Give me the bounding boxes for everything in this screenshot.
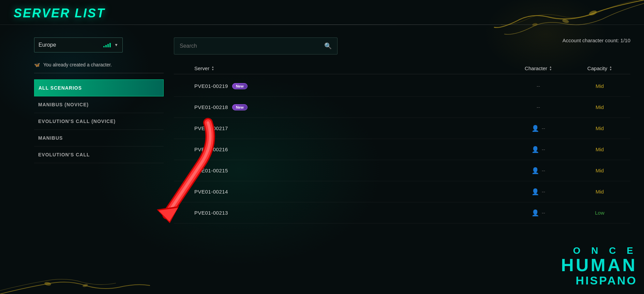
table-header: Server ▲▼ Character ▲▼ Capacity ▲▼ <box>174 63 630 74</box>
server-cell: PVE01-00214 <box>174 189 508 195</box>
scenario-item-evolutions-call-novice[interactable]: EVOLUTION'S CALL (NOVICE) <box>34 113 164 130</box>
server-cell: PVE01-00219 New <box>174 83 508 89</box>
table-row[interactable]: PVE01-00216 👤 -- Mid <box>174 139 630 160</box>
character-cell: 👤 -- <box>508 209 569 217</box>
column-server: Server ▲▼ <box>174 65 508 71</box>
table-row[interactable]: PVE01-00214 👤 -- Mid <box>174 181 630 202</box>
character-notice: 🦋 You already created a character. <box>34 62 164 73</box>
new-badge: New <box>232 104 248 110</box>
column-character: Character ▲▼ <box>508 65 569 71</box>
character-cell: 👤 -- <box>508 188 569 196</box>
capacity-cell: Mid <box>569 146 630 152</box>
page-title: SERVER LIST <box>14 6 105 20</box>
character-cell: 👤 -- <box>508 146 569 153</box>
capacity-cell: Mid <box>569 104 630 110</box>
search-bar[interactable]: 🔍 <box>174 37 338 55</box>
logo-human: HUMAN <box>561 256 637 274</box>
capacity-cell: Mid <box>569 83 630 89</box>
server-cell: PVE01-00213 <box>174 210 508 216</box>
table-row[interactable]: PVE01-00219 New -- Mid <box>174 76 630 97</box>
table-row[interactable]: PVE01-00218 New -- Mid <box>174 97 630 118</box>
main-panel: 🔍 Server ▲▼ Character ▲▼ Capacity ▲▼ PVE… <box>174 37 630 223</box>
scenario-item-evolutions-call[interactable]: EVOLUTION'S CALL <box>34 146 164 163</box>
svg-point-0 <box>588 10 598 16</box>
table-row[interactable]: PVE01-00217 👤 -- Mid <box>174 118 630 139</box>
character-cell: -- <box>508 83 569 89</box>
capacity-sort-icon[interactable]: ▲▼ <box>609 66 612 71</box>
game-logo: O N C E HUMAN HISPANO <box>561 245 637 287</box>
server-cell: PVE01-00215 <box>174 168 508 173</box>
region-selected: Europe <box>39 42 100 48</box>
search-input[interactable] <box>180 43 321 49</box>
svg-point-3 <box>44 281 51 286</box>
logo-hispano: HISPANO <box>576 274 637 287</box>
character-icon: 👤 <box>531 146 539 153</box>
butterfly-icon: 🦋 <box>34 62 40 67</box>
character-icon: 👤 <box>531 188 539 196</box>
capacity-cell: Mid <box>569 125 630 131</box>
scenario-item-all[interactable]: ALL SCENARIOS <box>34 79 164 96</box>
region-dropdown[interactable]: Europe ▼ <box>34 37 123 52</box>
svg-point-4 <box>82 283 88 288</box>
svg-point-1 <box>562 19 569 24</box>
table-row[interactable]: PVE01-00215 👤 -- Mid <box>174 160 630 181</box>
column-capacity: Capacity ▲▼ <box>569 65 630 71</box>
server-cell: PVE01-00216 <box>174 146 508 152</box>
server-cell: PVE01-00217 <box>174 125 508 131</box>
capacity-cell: Mid <box>569 168 630 173</box>
character-icon: 👤 <box>531 209 539 217</box>
signal-icon <box>103 43 111 47</box>
server-cell: PVE01-00218 New <box>174 104 508 110</box>
character-icon: 👤 <box>531 125 539 132</box>
notice-label: You already created a character. <box>43 62 112 67</box>
capacity-cell: Low <box>569 210 630 216</box>
scenario-item-manibus-novice[interactable]: MANIBUS (NOVICE) <box>34 96 164 113</box>
search-icon: 🔍 <box>324 42 332 50</box>
logo-once: O N C E <box>573 245 637 256</box>
scenario-item-manibus[interactable]: MANIBUS <box>34 130 164 146</box>
scenario-list: ALL SCENARIOS MANIBUS (NOVICE) EVOLUTION… <box>34 79 164 163</box>
vine-decoration-bottom-left <box>0 260 153 294</box>
character-icon: 👤 <box>531 167 539 174</box>
character-cell: 👤 -- <box>508 167 569 174</box>
character-cell: 👤 -- <box>508 125 569 132</box>
top-separator <box>0 25 644 25</box>
table-row[interactable]: PVE01-00213 👤 -- Low <box>174 202 630 223</box>
character-sort-icon[interactable]: ▲▼ <box>549 66 552 71</box>
new-badge: New <box>232 83 248 89</box>
capacity-cell: Mid <box>569 189 630 195</box>
server-table: Server ▲▼ Character ▲▼ Capacity ▲▼ PVE01… <box>174 63 630 223</box>
server-sort-icon[interactable]: ▲▼ <box>211 66 214 71</box>
chevron-down-icon: ▼ <box>114 43 118 47</box>
character-cell: -- <box>508 104 569 110</box>
left-panel: Europe ▼ 🦋 You already created a charact… <box>34 37 164 163</box>
